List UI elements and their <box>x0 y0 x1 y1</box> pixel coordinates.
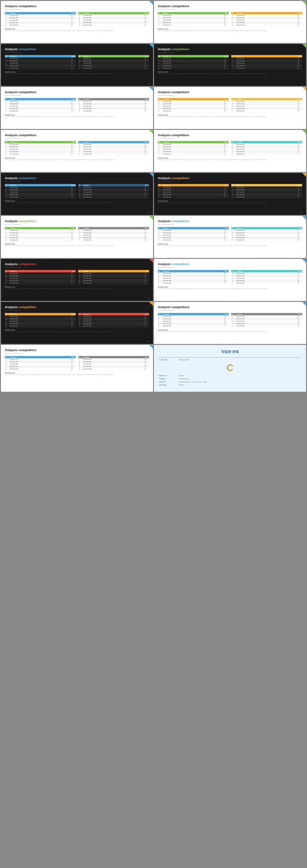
slide-7: Analysis competitors Insert Your Great S… <box>1 130 153 172</box>
slide-8: Analysis competitors Insert Your Great S… <box>154 130 306 172</box>
tables-row-17: NoCompany 1Points 1Text Goes Here25 2Tex… <box>5 356 149 370</box>
num-badge-12: 12 <box>301 255 302 256</box>
premium-text-4: There are many variations of lorem ipsum… <box>158 73 302 74</box>
completion-value-1: Analysis competitors <box>179 359 190 361</box>
slide-subtitle-7: Insert Your Great Subtitle Here <box>5 137 149 139</box>
slide-title-4: Analysis competitors <box>158 47 302 51</box>
num-badge-4: 4 <box>302 83 302 84</box>
premium-text-16: There are many variations of lorem ipsum… <box>158 331 302 332</box>
premium-text-7: There are many variations of lorem ipsum… <box>5 159 149 160</box>
table-7b: NoCompany 2Points 1Text Goes Here25 2Tex… <box>78 141 149 155</box>
slide-title-5: Analysis competitors <box>5 90 149 94</box>
num-badge-7: 7 <box>148 168 149 170</box>
slide-17-partial: Analysis competitors Insert Your Great S… <box>1 345 153 392</box>
slide-title-2: Analysis competitors <box>158 4 302 8</box>
tables-row-15: NoCompany 1Points 1Text Goes Here25 2Tex… <box>5 313 149 328</box>
slide-title-10: Analysis competitors <box>158 176 302 180</box>
premium-text-10: There are many variations of lorem ipsum… <box>158 202 302 204</box>
table-block-2b: NoCompany 2Points 1Text Goes Here25 2Tex… <box>231 12 302 26</box>
table-block-4a: NoCompany 1Points 1Text Goes Here25 2Tex… <box>158 55 229 69</box>
corner-tag-8 <box>302 130 306 134</box>
table-9b: NoCompany 2Points 1Text Goes Here25 2Tex… <box>78 184 149 198</box>
slide-subtitle-9: Insert Your Great Subtitle Here <box>5 181 149 182</box>
completion-label-5: E. PPT 완성도: <box>159 384 178 386</box>
slide-13: Analysis competitors Insert Your Great S… <box>1 259 153 301</box>
table-block-6a: NoCompany 1Points 1Text Goes Here25 2Tex… <box>158 98 229 113</box>
slide-title-6: Analysis competitors <box>158 90 302 94</box>
tables-row-16: NoCompany 1Points 1Text Goes Here25 2Tex… <box>158 313 302 328</box>
table-block-1b: NoCompany 2Points 1Text Goes Here25 2Tex… <box>78 12 149 26</box>
corner-tag-2 <box>302 1 306 5</box>
corner-tag-15 <box>149 302 153 306</box>
num-badge-8: 8 <box>302 168 302 170</box>
table-block-8b: NoCompany 2Points 1Text Goes Here25 2Tex… <box>231 141 302 155</box>
table-block-12b: NoCompany 2Points 1Text Goes Here25 2Tex… <box>231 227 302 241</box>
premium-text-9: There are many variations of lorem ipsum… <box>5 202 149 204</box>
num-badge-1: 1 <box>148 40 149 41</box>
premium-label-1: PREMIUM SLIDES <box>5 28 149 30</box>
corner-tag-6 <box>302 87 306 91</box>
tables-row-14: NoCompany 1Points 1Text Goes Here25 2Tex… <box>158 270 302 284</box>
slide-subtitle-8: Insert Your Great Subtitle Here <box>158 137 302 139</box>
table-12b: NoCompany 2Points 1Text Goes Here25 2Tex… <box>231 227 302 241</box>
tables-row-1: NoCompany 1Points 1Text Goes Here25 2Tex… <box>5 12 149 26</box>
table-2b: NoCompany 2Points 1Text Goes Here25 2Tex… <box>231 12 302 26</box>
completion-value-5: 100% 완료 <box>179 384 185 386</box>
table-4b: NoCompany 2Points 1Text Goes Here25 2Tex… <box>231 55 302 69</box>
slide-subtitle-6: Insert Your Great Subtitle Here <box>158 95 302 96</box>
table-block-17a: NoCompany 1Points 1Text Goes Here25 2Tex… <box>5 356 76 370</box>
slide-12: Analysis competitors Insert Your Great S… <box>154 216 306 258</box>
slide-subtitle-2: Insert Your Great Subtitle Here <box>158 9 302 10</box>
table-3b: NoCompany 2Points 1Text Goes Here25 2Tex… <box>78 55 149 69</box>
premium-label-8: PREMIUM SLIDES <box>158 157 302 159</box>
table-block-6b: NoCompany 2Points 1Text Goes Here25 2Tex… <box>231 98 302 113</box>
corner-tag-5 <box>149 87 153 91</box>
table-block-3a: NoCompany 1Points 1Text Goes Here25 2Tex… <box>5 55 76 69</box>
completion-line-2: B. 슬라이드 수: 16 slides <box>159 374 301 377</box>
table-block-2a: NoCompany 1Points 1Text Goes Here25 2Tex… <box>158 12 229 26</box>
slides-grid: Analysis competitors Insert Your Great S… <box>0 0 307 393</box>
slide-subtitle-16: Insert Your Great Subtitle Here <box>158 310 302 311</box>
table-block-13b: NoCompany 2Points 1Text Goes Here25 2Tex… <box>78 270 149 284</box>
slide-subtitle-13: Insert Your Great Subtitle Here <box>5 267 149 268</box>
table-block-12a: NoCompany 1Points 1Text Goes Here25 2Tex… <box>158 227 229 241</box>
table-block-15b: NoCompany 2Points 1Text Goes Here25 2Tex… <box>78 313 149 328</box>
corner-tag-10 <box>302 173 306 177</box>
corner-tag-12 <box>302 216 306 220</box>
table-14b: NoCompany 2Points 1Text Goes Here25 2Tex… <box>231 270 302 284</box>
slide-subtitle-14: Insert Your Great Subtitle Here <box>158 267 302 268</box>
slide-title-15: Analysis competitors <box>5 305 149 309</box>
premium-text-3: There are many variations of lorem ipsum… <box>5 73 149 74</box>
table-15a: NoCompany 1Points 1Text Goes Here25 2Tex… <box>5 313 76 328</box>
slide-2: Analysis competitors Insert Your Great S… <box>154 1 306 43</box>
table-4a: NoCompany 1Points 1Text Goes Here25 2Tex… <box>158 55 229 69</box>
table-15b: NoCompany 2Points 1Text Goes Here25 2Tex… <box>78 313 149 328</box>
table-17a: NoCompany 1Points 1Text Goes Here25 2Tex… <box>5 356 76 370</box>
premium-label-3: PREMIUM SLIDES <box>5 71 149 73</box>
completion-label-4: D. 특이사항: <box>159 381 178 383</box>
premium-text-17: There are many variations of lorem ipsum… <box>5 374 149 375</box>
slide-title-17: Analysis competitors <box>5 348 149 352</box>
slide-subtitle-11: Insert Your Great Subtitle Here <box>5 224 149 225</box>
premium-label-14: PREMIUM SLIDES <box>158 286 302 288</box>
slide-11: Analysis competitors Insert Your Great S… <box>1 216 153 258</box>
slide-title-9: Analysis competitors <box>5 176 149 180</box>
num-badge-5: 5 <box>148 126 149 127</box>
completion-line-4: D. 특이사항: Premium Slides 텍스트 포함, 다크/라이트 테… <box>159 381 301 383</box>
corner-tag-4 <box>302 44 306 48</box>
premium-text-8: There are many variations of lorem ipsum… <box>158 159 302 160</box>
table-1b: NoCompany 2Points 1Text Goes Here25 2Tex… <box>78 12 149 26</box>
num-badge-16: 16 <box>301 341 302 342</box>
slide-title-11: Analysis competitors <box>5 219 149 223</box>
premium-label-12: PREMIUM SLIDES <box>158 243 302 245</box>
completion-value-3: PowerPoint (.pptx) <box>179 377 189 380</box>
big-c-letter: C <box>159 363 301 373</box>
table-11a: NoCompany 1Points 1Text Goes Here25 2Tex… <box>5 227 76 241</box>
tables-row-3: NoCompany 1Points 1Text Goes Here25 2Tex… <box>5 55 149 69</box>
corner-tag-1 <box>149 1 153 5</box>
slide-15: Analysis competitors Insert Your Great S… <box>1 302 153 344</box>
completion-value-2: 16 slides <box>179 374 184 377</box>
slide-title-1: Analysis competitors <box>5 4 149 8</box>
premium-label-9: PREMIUM SLIDES <box>5 200 149 202</box>
premium-label-17: PREMIUM SLIDES <box>5 372 149 374</box>
